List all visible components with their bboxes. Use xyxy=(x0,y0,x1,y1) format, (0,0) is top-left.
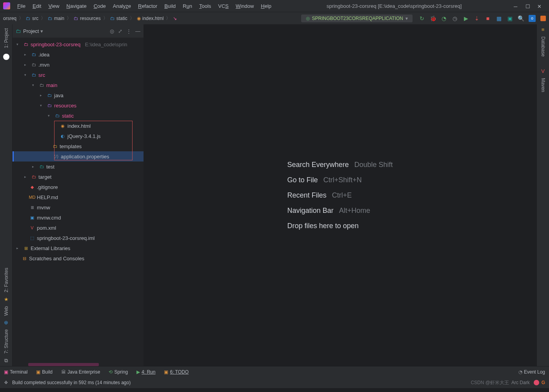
menu-build[interactable]: Build xyxy=(161,2,179,11)
bottom-toolbar: ▣Terminal ▣Build 🏛Java Enterprise ⟲Sprin… xyxy=(0,366,549,377)
outlook-icon[interactable]: o xyxy=(529,15,536,22)
sidebar-title[interactable]: Project xyxy=(23,28,39,34)
update-icon[interactable]: ▣ xyxy=(507,15,513,22)
tree-extlib[interactable]: ▸⊞External Libraries xyxy=(13,243,144,253)
menu-vcs[interactable]: VCS xyxy=(215,2,232,11)
folder-icon: 🗀 xyxy=(16,28,21,34)
right-tool-gutter: ≡ Database V Maven xyxy=(536,24,549,366)
profile-icon[interactable]: ◷ xyxy=(452,15,458,22)
menu-window[interactable]: Window xyxy=(233,2,257,11)
tree-mvnw[interactable]: ≣mvnw xyxy=(13,202,144,212)
bb-spring[interactable]: ⟲Spring xyxy=(109,369,128,375)
bb-todo[interactable]: ▣6: TODO xyxy=(164,369,189,375)
tab-project[interactable]: 1: Project xyxy=(2,24,11,52)
more-icon[interactable]: ⋮ xyxy=(126,28,131,34)
menu-code[interactable]: Code xyxy=(91,2,109,11)
bb-terminal[interactable]: ▣Terminal xyxy=(4,369,27,375)
collapse-icon[interactable]: ⤢ xyxy=(118,28,122,34)
stop-icon[interactable]: ■ xyxy=(485,15,491,22)
tree-templates[interactable]: 🗀templates xyxy=(13,141,144,151)
bc-resources: 🗀resources xyxy=(74,16,101,21)
tree-test[interactable]: ▸🗀test xyxy=(13,162,144,172)
bc-root: orsreq xyxy=(3,16,16,21)
target-icon[interactable]: ◎ xyxy=(110,28,114,34)
close-icon[interactable]: ✕ xyxy=(537,4,542,8)
bb-run[interactable]: ▶4: Run xyxy=(136,369,155,375)
tree-resources[interactable]: ▾🗀resources xyxy=(13,100,144,111)
tree-iml[interactable]: ⬚springboot-23-corsreq.iml xyxy=(13,233,144,243)
tree-root[interactable]: ▾🗀springboot-23-corsreq E:\idea_code\spr… xyxy=(13,39,144,49)
breadcrumb[interactable]: orsreq〉 🗀src〉 🗀main〉 🗀resources〉 🗀static… xyxy=(3,15,177,22)
maximize-icon[interactable]: ☐ xyxy=(525,4,530,8)
tab-maven[interactable]: Maven xyxy=(539,74,547,96)
run-config-selector[interactable]: ◎ SPRINGBOOT23CORSREQAPPLICATION ▾ xyxy=(301,15,413,22)
menu-tools[interactable]: Tools xyxy=(196,2,214,11)
project-tree[interactable]: ▾🗀springboot-23-corsreq E:\idea_code\spr… xyxy=(13,38,144,366)
menu-edit[interactable]: Edit xyxy=(29,2,44,11)
structure-icon: ⧉ xyxy=(4,358,8,364)
tab-favorites[interactable]: 2: Favorites xyxy=(2,264,11,296)
tab-database[interactable]: Database xyxy=(539,33,547,60)
rerun-icon[interactable]: ↻ xyxy=(419,15,425,22)
tree-static[interactable]: ▾🗀static xyxy=(13,111,144,121)
bb-build[interactable]: ▣Build xyxy=(36,369,53,375)
menu-help[interactable]: Help xyxy=(258,2,274,11)
badge-icon[interactable] xyxy=(540,16,546,21)
window-title: springboot-23-corsreq [E:\idea_code\spri… xyxy=(274,3,514,9)
bc-main: 🗀main xyxy=(48,16,64,21)
csdn-watermark: CSDN @虾米大王 xyxy=(471,379,509,386)
debug-bug-icon[interactable]: 🐞 xyxy=(430,15,436,22)
star-icon: ★ xyxy=(4,296,9,302)
menu-analyze[interactable]: Analyze xyxy=(110,2,134,11)
tree-pom[interactable]: Vpom.xml xyxy=(13,223,144,233)
menu-view[interactable]: View xyxy=(45,2,62,11)
tree-help[interactable]: MDHELP.md xyxy=(13,192,144,202)
menu-refactor[interactable]: Refactor xyxy=(135,2,160,11)
tree-jquery[interactable]: ◐jQuery-3.4.1.js xyxy=(13,131,144,141)
run-icon[interactable]: ▶ xyxy=(463,15,469,22)
left-tool-gutter: 1: Project 2: Favorites ★ Web ⊕ 7: Struc… xyxy=(0,24,13,366)
tree-target[interactable]: ▸🗀target xyxy=(13,172,144,182)
hint-goto: Go to File xyxy=(287,176,318,184)
maven-icon: V xyxy=(541,68,545,74)
tree-mvn[interactable]: ▸🗀.mvn xyxy=(13,60,144,70)
bb-javaee[interactable]: 🏛Java Enterprise xyxy=(61,369,100,375)
tree-main[interactable]: ▾🗀main xyxy=(13,80,144,90)
hammer-icon[interactable]: ↘ xyxy=(173,16,177,21)
minimize-icon[interactable]: ─ xyxy=(514,4,518,8)
bc-index: ◉index.html xyxy=(137,16,164,21)
grid-icon[interactable]: ▦ xyxy=(496,15,502,22)
hint-navbar: Navigation Bar xyxy=(287,207,333,215)
bb-eventlog[interactable]: ◔Event Log xyxy=(518,369,545,375)
tree-scratches[interactable]: ⊟Scratches and Consoles xyxy=(13,253,144,263)
search-icon[interactable]: 🔍 xyxy=(518,15,524,22)
app-logo-icon xyxy=(3,2,10,9)
tree-gitignore[interactable]: ◆.gitignore xyxy=(13,182,144,192)
tree-java[interactable]: ▸🗀java xyxy=(13,90,144,100)
hint-recent: Recent Files xyxy=(287,191,326,200)
hint-search: Search Everywhere xyxy=(287,161,349,169)
scrollbar-thumb[interactable] xyxy=(28,363,99,366)
chevron-down-icon[interactable]: ▾ xyxy=(40,28,43,34)
tree-appprops[interactable]: ⟨/⟩application.properties xyxy=(13,151,144,162)
globe-icon xyxy=(3,54,9,60)
project-sidebar: 🗀 Project ▾ ◎ ⤢ ⋮ — ▾🗀springboot-23-cors… xyxy=(13,24,144,366)
menu-run[interactable]: Run xyxy=(180,2,195,11)
tab-web[interactable]: Web xyxy=(2,302,11,319)
tab-structure[interactable]: 7: Structure xyxy=(2,325,11,358)
menu-file[interactable]: File xyxy=(14,2,29,11)
tree-src[interactable]: ▾🗀src xyxy=(13,70,144,80)
pink-dot-icon xyxy=(534,380,539,385)
tree-idea[interactable]: ▸🗀.idea xyxy=(13,49,144,60)
g-badge-icon: G xyxy=(542,380,545,385)
tree-indexhtml[interactable]: ◉index.html xyxy=(13,121,144,131)
menu-navigate[interactable]: Navigate xyxy=(63,2,89,11)
coverage-icon[interactable]: ◔ xyxy=(441,15,447,22)
theme-label[interactable]: Arc Dark xyxy=(511,380,530,385)
minimize-panel-icon[interactable]: — xyxy=(135,28,140,34)
toolbar-actions: ↻ 🐞 ◔ ◷ ▶ ⇣ ■ ▦ ▣ 🔍 o xyxy=(419,15,546,22)
layers-icon[interactable]: ❖ xyxy=(4,380,8,385)
bc-src: 🗀src xyxy=(26,16,38,21)
attach-icon[interactable]: ⇣ xyxy=(474,15,480,22)
tree-mvnwcmd[interactable]: ▣mvnw.cmd xyxy=(13,212,144,223)
